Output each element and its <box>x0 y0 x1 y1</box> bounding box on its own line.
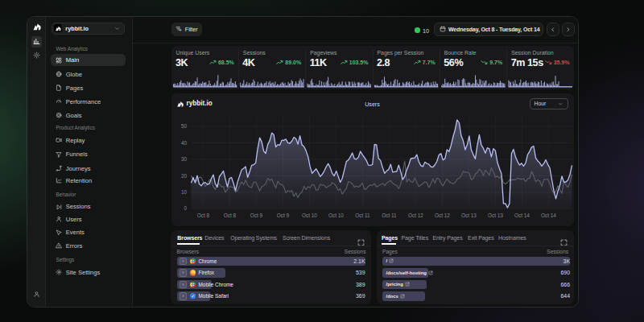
svg-text:Oct 14: Oct 14 <box>541 213 556 218</box>
svg-text:40: 40 <box>180 139 187 145</box>
svg-text:Oct 13: Oct 13 <box>461 213 477 218</box>
svg-text:50: 50 <box>180 123 187 129</box>
svg-text:Oct 8: Oct 8 <box>196 213 209 218</box>
svg-text:Oct 8: Oct 8 <box>223 213 236 218</box>
svg-text:Oct 13: Oct 13 <box>488 213 503 218</box>
svg-text:30: 30 <box>180 156 187 162</box>
svg-text:Oct 11: Oct 11 <box>382 213 397 218</box>
svg-text:Oct 10: Oct 10 <box>302 213 317 218</box>
svg-text:Oct 12: Oct 12 <box>408 213 423 218</box>
svg-text:Oct 10: Oct 10 <box>328 213 344 218</box>
svg-text:20: 20 <box>180 172 187 178</box>
svg-text:Oct 14: Oct 14 <box>514 213 530 218</box>
svg-text:Oct 9: Oct 9 <box>250 213 262 218</box>
svg-text:Oct 12: Oct 12 <box>435 213 450 218</box>
svg-text:Oct 9: Oct 9 <box>276 213 289 218</box>
svg-text:0: 0 <box>184 205 187 211</box>
svg-text:10: 10 <box>180 189 187 195</box>
svg-text:Oct 11: Oct 11 <box>355 213 370 218</box>
